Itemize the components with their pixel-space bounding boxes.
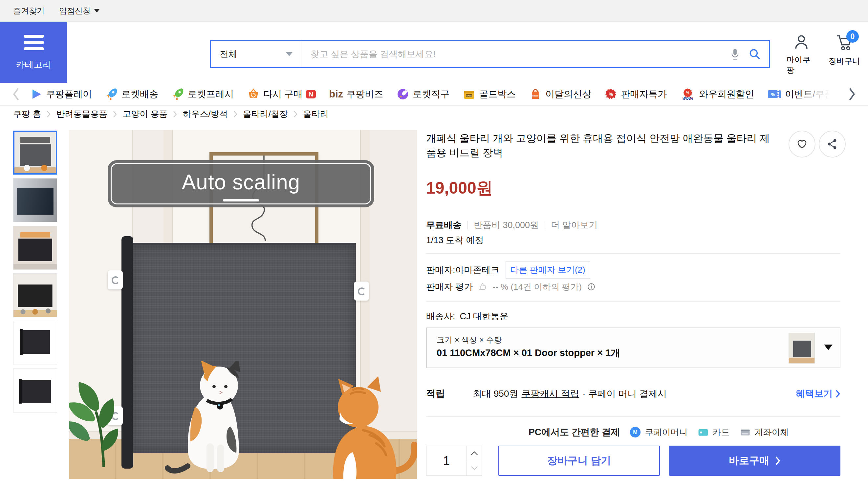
seller-name: 아마존테크	[455, 265, 500, 275]
chevron-right-icon[interactable]	[848, 83, 856, 105]
heart-icon	[796, 137, 809, 151]
rating-value: -- % (14건 이하의 평가)	[493, 281, 582, 293]
thumbnail-product-angle[interactable]	[13, 368, 57, 413]
nav-item[interactable]: 로켓직구	[396, 88, 450, 101]
svg-text:%: %	[771, 92, 775, 97]
mic-icon[interactable]	[730, 48, 741, 60]
info-icon[interactable]	[586, 282, 596, 292]
seller-apply-link[interactable]: 입점신청	[59, 6, 100, 16]
breadcrumb-item[interactable]: 반려동물용품	[56, 108, 122, 120]
buy-now-button[interactable]: 바로구매	[669, 446, 840, 476]
plant	[69, 343, 140, 467]
wow-discount-icon: %WOW!	[680, 88, 696, 101]
header: 카테고리 전체 마이쿠팡 0 장바구니	[0, 22, 868, 83]
breadcrumb-item[interactable]: 하우스/방석	[183, 108, 243, 120]
thumbnail-cats-floor[interactable]	[13, 273, 57, 317]
product-main-image[interactable]: Auto scaling	[69, 130, 417, 479]
payment-methods: M 쿠페이머니 카드 계좌이체	[629, 426, 788, 439]
breadcrumb-item[interactable]: 울타리	[303, 108, 329, 120]
seller-label: 판매자:	[426, 265, 455, 275]
add-to-cart-button[interactable]: 장바구니 담기	[498, 446, 660, 476]
category-label: 카테고리	[16, 59, 52, 70]
bank-transfer-icon	[739, 426, 751, 438]
benefit-link[interactable]: 혜택보기	[796, 388, 840, 400]
auto-scaling-banner: Auto scaling	[108, 160, 374, 207]
event-coupon-icon: %	[767, 88, 782, 101]
nav-item[interactable]: NEW 이달의신상	[529, 88, 591, 101]
payment-label: PC에서도 간편한 결제	[529, 426, 620, 439]
category-menu-button[interactable]: 카테고리	[0, 22, 67, 83]
top-utility-bar: 즐겨찾기 입점신청	[0, 0, 868, 22]
quantity-decrease-button[interactable]	[467, 461, 482, 476]
chevron-right-icon	[113, 110, 117, 118]
option-select[interactable]: 크기 × 색상 × 수량 01 110CMx78CM × 01 Door sto…	[426, 327, 840, 368]
option-thumbnail	[788, 333, 815, 364]
divider	[426, 301, 840, 301]
chevron-right-icon	[233, 110, 238, 118]
thumbnail-orange-banner[interactable]	[13, 226, 57, 270]
nav-item[interactable]: SALE 골드박스	[463, 88, 516, 101]
search-scope-select[interactable]: 전체	[211, 41, 301, 67]
card-icon	[697, 426, 709, 438]
share-button[interactable]	[819, 131, 846, 158]
reward-label: 적립	[426, 387, 445, 400]
nav-item[interactable]: 다시 구매 N	[247, 88, 316, 101]
thumbnail-product-front[interactable]	[13, 321, 57, 365]
chevron-right-icon	[46, 110, 51, 118]
rocket-delivery-icon	[105, 88, 118, 101]
chevron-left-icon[interactable]	[12, 87, 20, 101]
learn-more-link[interactable]: 더 알아보기	[551, 219, 598, 231]
nav-item[interactable]: biz 쿠팡비즈	[329, 88, 383, 100]
nav-item[interactable]: % 이벤트/쿠폰	[767, 88, 834, 101]
breadcrumb: 쿠팡 홈 반려동물용품 고양이 용품 하우스/방석 울타리/철장 울타리	[13, 108, 329, 120]
payment-method: 카드	[697, 426, 730, 439]
chevron-right-icon	[775, 456, 781, 465]
breadcrumb-item[interactable]: 고양이 용품	[122, 108, 183, 120]
nav-item[interactable]: 로켓배송	[105, 88, 158, 101]
thumbnail-mesh-room[interactable]	[13, 178, 57, 222]
chevron-down-icon	[471, 466, 478, 470]
seller-rating-row: 판매자 평가 -- % (14건 이하의 평가)	[426, 281, 596, 293]
goldbox-icon: SALE	[463, 88, 476, 101]
product-title: 개폐식 울타리 개와 고양이를 위한 휴대용 접이식 안전망 애완동물 울타리 …	[426, 131, 777, 160]
coupang-cash-link[interactable]: 쿠팡캐시 적립	[522, 388, 580, 400]
coupang-play-icon	[30, 88, 43, 101]
wall-bracket	[354, 282, 369, 300]
search-icon[interactable]	[748, 47, 762, 61]
nav-item[interactable]: 로켓프레시	[172, 88, 234, 101]
chevron-down-icon	[94, 9, 100, 12]
wishlist-button[interactable]	[788, 131, 815, 158]
svg-text:WOW!: WOW!	[683, 96, 693, 100]
nav-item[interactable]: % 판매자특가	[604, 88, 667, 101]
chevron-up-icon	[471, 451, 478, 455]
person-icon	[792, 34, 811, 51]
divider	[426, 253, 840, 254]
orange-cat	[314, 373, 417, 479]
nav-item[interactable]: 쿠팡플레이	[30, 88, 92, 101]
courier-row: 배송사: CJ 대한통운	[426, 311, 508, 322]
favorites-link[interactable]: 즐겨찾기	[13, 6, 45, 16]
nav-item[interactable]: %WOW! 와우회원할인	[680, 88, 754, 101]
new-badge: N	[306, 90, 316, 98]
payment-method: M 쿠페이머니	[629, 426, 687, 439]
share-icon	[826, 137, 839, 151]
search-input[interactable]	[301, 41, 730, 67]
chevron-down-icon	[824, 345, 833, 350]
chevron-right-icon	[173, 110, 177, 118]
rocket-fresh-icon	[172, 88, 185, 101]
quantity-increase-button[interactable]	[467, 446, 482, 461]
coupang-product-page: 즐겨찾기 입점신청 카테고리 전체	[0, 0, 868, 485]
quantity-value[interactable]: 1	[427, 446, 466, 476]
thumbnail-auto-scaling[interactable]	[13, 131, 57, 174]
breadcrumb-item[interactable]: 울타리/철장	[243, 108, 303, 120]
cart-count-badge: 0	[846, 30, 859, 43]
rocket-direct-icon	[396, 88, 409, 101]
svg-text:NEW: NEW	[532, 94, 539, 97]
option-label: 크기 × 색상 × 수량	[437, 335, 502, 345]
new-arrivals-icon: NEW	[529, 88, 542, 101]
cart-button[interactable]: 0 장바구니	[828, 34, 861, 66]
my-coupang-button[interactable]: 마이쿠팡	[786, 34, 816, 75]
seller-special-icon: %	[604, 88, 618, 101]
other-sellers-button[interactable]: 다른 판매자 보기(2)	[505, 261, 590, 279]
breadcrumb-item[interactable]: 쿠팡 홈	[13, 108, 56, 120]
